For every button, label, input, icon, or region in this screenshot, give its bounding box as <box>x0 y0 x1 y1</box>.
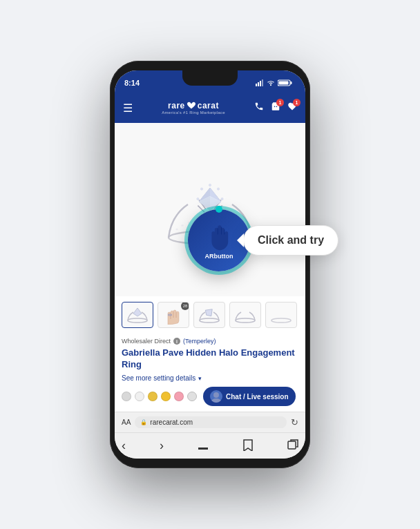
thumbnail-5[interactable] <box>265 302 297 328</box>
nav-logo-sub: America's #1 Ring Marketplace <box>162 110 225 115</box>
swatch-platinum[interactable] <box>187 392 197 401</box>
cart-badge: 1 <box>276 99 284 106</box>
ar-button-label: ARbutton <box>205 253 233 260</box>
url-text: rarecarat.com <box>150 419 193 426</box>
svg-point-35 <box>128 318 147 323</box>
svg-point-10 <box>181 224 183 226</box>
nav-icons: 1 1 <box>254 102 297 114</box>
share-button[interactable] <box>198 439 209 453</box>
status-icons <box>256 79 293 86</box>
svg-point-43 <box>211 398 221 403</box>
swatches-chat-row: Chat / Live session <box>122 387 298 409</box>
svg-marker-39 <box>204 307 216 318</box>
lock-icon: 🔒 <box>140 419 147 425</box>
battery-icon <box>278 79 293 86</box>
svg-point-32 <box>200 188 202 190</box>
svg-rect-2 <box>260 81 261 86</box>
notch <box>182 70 238 86</box>
svg-point-34 <box>221 198 223 200</box>
svg-rect-6 <box>291 81 292 84</box>
svg-point-30 <box>209 184 211 186</box>
phone-button[interactable] <box>254 102 264 114</box>
svg-rect-7 <box>279 81 289 85</box>
thumb-badge-2: 28 <box>181 302 189 310</box>
settings-row: See more setting details ▾ <box>122 374 298 382</box>
chat-avatar <box>210 390 222 403</box>
forward-button[interactable]: › <box>160 439 164 453</box>
svg-point-4 <box>270 84 271 86</box>
heart-logo-icon <box>187 102 196 110</box>
signal-icon <box>256 79 264 86</box>
status-time: 8:14 <box>124 79 140 87</box>
nav-logo: rare carat America's #1 Ring Marketplace <box>162 101 225 115</box>
svg-rect-44 <box>288 441 296 449</box>
swatch-white[interactable] <box>135 392 144 401</box>
thumbnail-2[interactable]: 28 <box>158 302 189 328</box>
tooltip-text: Click and try <box>258 234 324 246</box>
wholesaler-text: Wholesaler Direct <box>122 338 171 345</box>
back-button[interactable]: ‹ <box>122 439 126 453</box>
thumbnail-strip: 28 <box>115 296 305 334</box>
wishlist-button[interactable]: 1 <box>287 102 297 114</box>
ar-button-overlay: ARbutton Click and try <box>188 209 250 271</box>
wholesaler-line: Wholesaler Direct i (Temperley) <box>122 338 298 345</box>
nav-bar: ☰ rare carat America's #1 Ring Marketpla… <box>115 93 305 123</box>
see-more-link[interactable]: See more setting details <box>122 374 195 382</box>
hand-icon <box>207 221 231 251</box>
bookmarks-button[interactable] <box>242 439 254 453</box>
retailer-link[interactable]: (Temperley) <box>183 338 216 345</box>
svg-marker-36 <box>133 308 142 316</box>
info-icon[interactable]: i <box>173 338 180 345</box>
chevron-down-icon: ▾ <box>198 375 202 382</box>
swatch-gold[interactable] <box>148 392 158 401</box>
thumbnail-4[interactable] <box>229 302 261 328</box>
swatch-yellow-gold[interactable] <box>161 392 171 401</box>
chat-button[interactable]: Chat / Live session <box>203 387 296 406</box>
svg-point-31 <box>217 188 219 190</box>
wishlist-badge: 1 <box>293 99 300 106</box>
svg-point-42 <box>213 392 219 398</box>
hamburger-icon[interactable]: ☰ <box>123 102 133 115</box>
product-info: Wholesaler Direct i (Temperley) Gabriell… <box>115 334 305 412</box>
svg-point-33 <box>197 198 199 200</box>
phone-icon <box>254 102 264 111</box>
scene: 8:14 <box>0 0 420 529</box>
browser-aa[interactable]: AA <box>122 419 131 426</box>
thumbnail-3[interactable] <box>193 302 225 328</box>
svg-point-41 <box>271 318 291 323</box>
thumbnail-1[interactable] <box>122 302 153 328</box>
swatch-silver[interactable] <box>122 392 131 401</box>
svg-point-40 <box>236 318 255 323</box>
svg-point-9 <box>175 228 178 229</box>
reload-icon[interactable]: ↻ <box>291 417 298 427</box>
tabs-button[interactable] <box>287 439 298 452</box>
bottom-nav: ‹ › <box>115 432 305 459</box>
browser-bar: AA 🔒 rarecarat.com ↻ <box>115 412 305 432</box>
tooltip-bubble: Click and try <box>243 225 338 256</box>
svg-rect-1 <box>258 82 259 86</box>
wifi-icon <box>267 79 275 86</box>
product-title: Gabriella Pave Hidden Halo Engagement Ri… <box>122 347 298 371</box>
cart-button[interactable]: 1 <box>271 102 280 114</box>
swatch-rose-gold[interactable] <box>174 392 184 401</box>
svg-point-38 <box>200 318 219 323</box>
svg-rect-0 <box>256 84 257 86</box>
svg-rect-3 <box>262 79 263 86</box>
browser-url-area[interactable]: 🔒 rarecarat.com <box>135 416 287 428</box>
ar-dot-top <box>216 206 222 213</box>
chat-button-label: Chat / Live session <box>226 393 289 401</box>
